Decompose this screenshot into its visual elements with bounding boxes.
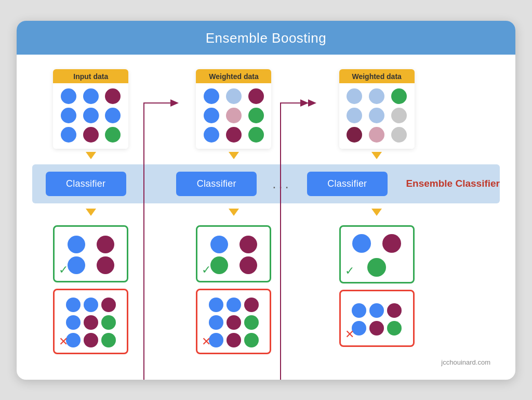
dot — [209, 298, 223, 312]
spacer-arrow-1 — [150, 115, 176, 162]
output-correct-1: ✓ — [53, 225, 128, 282]
dot — [240, 236, 257, 253]
classifier-box-1: Classifier — [46, 172, 126, 196]
arrow-down-col1 — [86, 152, 96, 159]
dot — [352, 234, 371, 253]
check-mark-3: ✓ — [345, 264, 354, 278]
dot — [391, 127, 407, 143]
dot — [227, 298, 241, 312]
dot — [369, 88, 384, 104]
check-mark-2: ✓ — [202, 263, 211, 277]
dot — [204, 108, 219, 123]
col1-classifier: Classifier — [32, 172, 139, 196]
arrow-down-row — [32, 205, 500, 219]
dot — [210, 256, 228, 274]
dot — [369, 108, 384, 123]
dot — [101, 298, 116, 312]
ensemble-classifier-label: Ensemble Classifier — [401, 178, 500, 189]
dot — [61, 88, 76, 104]
output-correct-3: ✓ — [339, 225, 415, 283]
input-data-box: Input data — [53, 69, 128, 149]
check-mark-1: ✓ — [59, 263, 68, 277]
dot — [244, 333, 259, 347]
col2-classifier: Classifier — [163, 172, 270, 196]
dot — [66, 298, 81, 312]
output-dots-correct-2 — [202, 236, 265, 274]
col3-arrow-down2 — [318, 205, 435, 219]
diagram: Input data — [32, 69, 500, 354]
dot — [248, 88, 264, 104]
dot — [367, 258, 386, 277]
dot — [83, 127, 99, 143]
output-dots-correct-3 — [345, 234, 409, 277]
cross-mark-3: ✕ — [345, 328, 354, 341]
dot — [369, 303, 384, 318]
classifier-box-3: Classifier — [307, 172, 388, 196]
input-data-header: Input data — [53, 69, 128, 83]
page-title: Ensemble Boosting — [17, 21, 515, 55]
dot — [204, 127, 219, 143]
arrow-down-col3 — [371, 152, 382, 159]
spacer-dots-mid: ... — [270, 176, 294, 192]
classifier-box-2: Classifier — [176, 172, 257, 196]
dot — [244, 315, 259, 330]
output-dots-wrong-2 — [205, 298, 263, 347]
col1-outputs: ✓ — [32, 221, 150, 354]
col2-top: Weighted data — [175, 69, 292, 162]
top-data-row: Input data — [32, 69, 500, 162]
weighted-data-box-1: Weighted data — [196, 69, 271, 149]
dot — [83, 108, 99, 123]
dot — [244, 298, 259, 312]
cross-mark-2: ✕ — [202, 335, 211, 349]
dot — [61, 127, 76, 143]
dot — [68, 256, 85, 274]
dot — [248, 108, 264, 123]
spacer-dots — [292, 115, 318, 162]
dot — [101, 315, 116, 330]
dot — [68, 236, 85, 253]
weighted-data-grid-2 — [339, 83, 415, 149]
dot — [391, 108, 407, 123]
dot — [248, 127, 264, 143]
dot — [347, 127, 362, 143]
col2-arrow-down2 — [175, 205, 292, 219]
output-rows: ✓ — [32, 221, 500, 354]
col1-top: Input data — [32, 69, 150, 162]
col3-top: Weighted data — [318, 69, 435, 162]
input-data-grid — [53, 83, 128, 149]
dot — [210, 236, 228, 253]
dots-separator: ... — [272, 176, 291, 192]
dot — [226, 88, 242, 104]
dot — [66, 315, 81, 330]
output-wrong-3: ✕ — [339, 290, 415, 347]
dot — [227, 333, 241, 347]
classifier-row: Classifier Classifier ... Classifier Ens… — [32, 164, 500, 203]
col2-outputs: ✓ ✕ — [175, 221, 292, 354]
main-card: Ensemble Boosting Input data — [17, 21, 515, 380]
weighted-data-box-2: Weighted data — [339, 69, 415, 149]
dot — [352, 303, 366, 318]
dot — [209, 315, 223, 330]
dot — [84, 333, 98, 347]
cross-mark-1: ✕ — [59, 335, 68, 349]
arrow-down-col2 — [229, 152, 239, 159]
arrow-down2-col2 — [229, 209, 239, 216]
arrow-down2-col1 — [86, 209, 96, 216]
dot — [369, 127, 384, 143]
dot — [105, 108, 121, 123]
weighted-data-grid-1 — [196, 83, 271, 149]
dot — [105, 88, 121, 104]
dot — [227, 315, 241, 330]
col3-classifier: Classifier — [294, 172, 401, 196]
dot — [204, 88, 219, 104]
watermark: jcchouinard.com — [32, 354, 500, 366]
col3-outputs: ✓ ✕ — [318, 221, 435, 347]
dot — [382, 234, 401, 253]
output-dots-correct-1 — [59, 236, 123, 274]
output-dots-wrong-1 — [62, 298, 120, 347]
dot — [84, 315, 98, 330]
output-correct-2: ✓ — [196, 225, 271, 282]
dot — [391, 88, 407, 104]
content-area: Input data — [17, 55, 515, 370]
dot — [347, 88, 362, 104]
